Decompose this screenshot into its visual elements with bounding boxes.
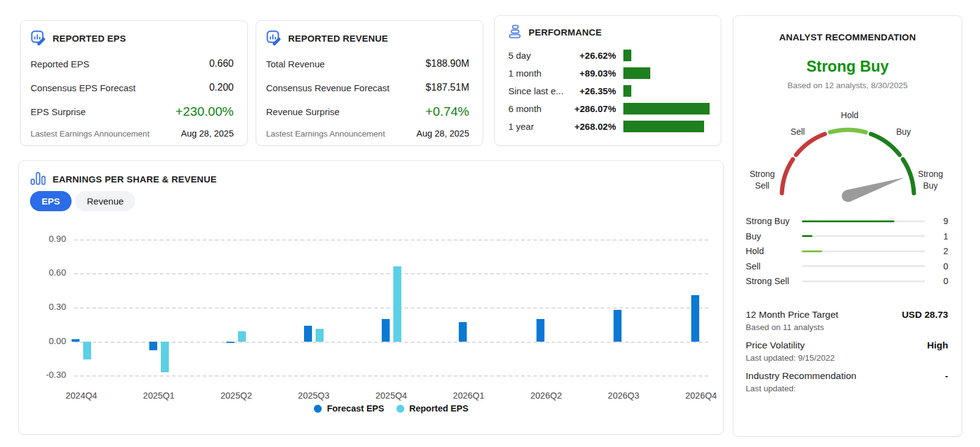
performance-row-5day: 5 day +26.62%: [508, 47, 710, 64]
perf-bar-track: [623, 67, 710, 79]
stat-value: 0.660: [209, 58, 234, 69]
gridline: [74, 307, 708, 309]
bar-reported-2025Q3: [316, 329, 324, 341]
stat-label: Reported EPS: [31, 59, 89, 69]
gauge-needle: [846, 178, 904, 201]
bar-forecast-2024Q4: [72, 339, 80, 342]
stat-row-total-revenue: Total Revenue $188.90M: [266, 56, 469, 71]
analyst-rating: Strong Buy: [733, 58, 962, 75]
stat-value: 0.200: [209, 82, 234, 93]
dist-count: 9: [925, 216, 948, 226]
stat-sub: Based on 11 analysts: [746, 323, 948, 332]
stat-row-consensus-eps: Consensus EPS Forecast 0.200: [31, 80, 234, 95]
perf-label: 1 year: [508, 121, 567, 132]
gauge-arc-buy: [871, 134, 900, 155]
stat-row-earnings-announcement: Lastest Earnings Announcement Aug 28, 20…: [266, 126, 469, 141]
performance-row-1year: 1 year +268.02%: [508, 118, 710, 135]
stat-value: High: [927, 340, 948, 351]
stat-label: EPS Surprise: [31, 107, 86, 117]
stacked-bars-icon: [508, 24, 522, 40]
perf-bar: [623, 121, 704, 132]
bar-forecast-2025Q3: [304, 326, 312, 342]
dist-label: Strong Buy: [746, 216, 802, 226]
eps-revenue-chart-card: EARNINGS PER SHARE & REVENUE EPS Revenue…: [18, 160, 724, 435]
x-axis-label: 2025Q4: [376, 391, 407, 400]
dist-label: Strong Sell: [746, 276, 802, 286]
dist-count: 0: [925, 261, 948, 271]
stat-row-reported-eps: Reported EPS 0.660: [31, 56, 234, 71]
stat-price-target: 12 Month Price Target USD 28.73 Based on…: [746, 309, 948, 332]
perf-bar-track: [623, 85, 710, 97]
x-axis-label: 2024Q4: [65, 391, 97, 400]
gauge-needle-hub: [842, 190, 854, 202]
reported-revenue-title: REPORTED REVENUE: [288, 33, 388, 43]
stat-label: Lastest Earnings Announcement: [266, 129, 385, 138]
stat-label: 12 Month Price Target: [746, 309, 838, 320]
perf-value: +268.02%: [567, 121, 616, 132]
dist-row-buy: Buy 1: [746, 229, 948, 244]
gauge-arc-strong-sell: [782, 159, 793, 193]
analyst-panel-title: ANALYST RECOMMENDATION: [733, 32, 962, 42]
y-axis-label: -0.30: [34, 370, 66, 380]
analyst-recommendation-panel: ANALYST RECOMMENDATION Strong Buy Based …: [733, 15, 962, 437]
dist-count: 0: [925, 276, 948, 286]
bar-reported-2025Q2: [238, 331, 246, 342]
perf-bar-track: [623, 50, 710, 61]
dist-track: [802, 220, 925, 222]
stat-value-positive: +0.74%: [425, 104, 469, 119]
toggle-eps-button[interactable]: EPS: [30, 191, 72, 211]
dist-bar: [802, 250, 822, 252]
bar-reported-2024Q4: [83, 342, 91, 360]
x-axis-label: 2026Q3: [608, 391, 640, 400]
performance-card: PERFORMANCE 5 day +26.62% 1 month +89.03…: [494, 15, 721, 146]
performance-header: PERFORMANCE: [508, 24, 710, 40]
gridline: [74, 273, 708, 274]
chart-header: EARNINGS PER SHARE & REVENUE: [30, 171, 217, 186]
eps-bar-plot: 0.900.600.300.00-0.302024Q42025Q12025Q22…: [74, 230, 708, 385]
y-axis-label: 0.00: [34, 336, 66, 346]
dist-track: [802, 280, 925, 282]
stat-value: USD 28.73: [902, 309, 948, 320]
dist-row-strong-sell: Strong Sell 0: [746, 274, 948, 289]
recommendation-gauge: [733, 108, 963, 213]
perf-bar-track: [623, 103, 710, 115]
dist-row-hold: Hold 2: [746, 244, 948, 259]
reported-revenue-card: REPORTED REVENUE Total Revenue $188.90M …: [256, 20, 483, 146]
stat-value: Aug 28, 2025: [417, 129, 469, 138]
x-axis-label: 2025Q1: [143, 391, 175, 400]
dist-track: [802, 250, 925, 252]
performance-row-6month: 6 month +286.07%: [508, 100, 710, 118]
report-edit-icon: [31, 30, 46, 46]
legend-item-reported-eps[interactable]: Reported EPS: [396, 404, 469, 413]
bar-forecast-2026Q1: [459, 322, 467, 342]
x-axis-label: 2026Q4: [685, 391, 717, 400]
reported-eps-title: REPORTED EPS: [53, 33, 126, 43]
dist-row-strong-buy: Strong Buy 9: [746, 214, 948, 229]
gauge-arc-hold: [830, 130, 866, 132]
stat-label: Lastest Earnings Announcement: [31, 129, 149, 138]
reported-eps-dot-icon: [396, 405, 404, 413]
dist-track: [802, 235, 925, 237]
perf-value: +286.07%: [567, 103, 616, 114]
dist-label: Buy: [746, 231, 802, 241]
gridline: [74, 342, 708, 343]
stat-row-consensus-revenue: Consensus Revenue Forecast $187.51M: [266, 80, 469, 95]
bar-forecast-2025Q2: [226, 342, 234, 343]
stat-label: Total Revenue: [266, 59, 325, 69]
x-axis-label: 2026Q1: [453, 391, 484, 400]
stat-value: $187.51M: [426, 82, 469, 93]
performance-row-since-last-earnings: Since last e... +26.35%: [508, 82, 710, 100]
perf-bar: [623, 67, 650, 79]
stat-label: Revenue Surprise: [266, 107, 340, 117]
perf-label: Since last e...: [508, 86, 567, 96]
dist-row-sell: Sell 0: [746, 259, 948, 274]
toggle-revenue-button[interactable]: Revenue: [75, 191, 135, 211]
stat-value: Aug 28, 2025: [181, 129, 234, 138]
gridline: [74, 375, 708, 377]
legend-item-forecast-eps[interactable]: Forecast EPS: [314, 404, 384, 413]
bar-forecast-2026Q4: [691, 295, 699, 342]
y-axis-label: 0.90: [34, 234, 66, 244]
perf-bar: [623, 103, 710, 115]
x-axis-label: 2025Q3: [298, 391, 330, 400]
reported-eps-header: REPORTED EPS: [31, 30, 234, 46]
